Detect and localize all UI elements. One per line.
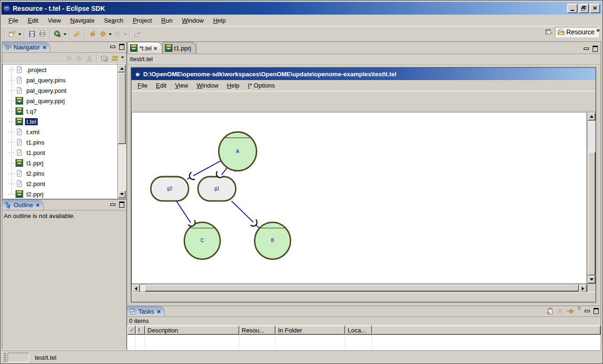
add-task-button[interactable] <box>545 306 554 316</box>
tasks-view-icon <box>129 307 137 315</box>
menu-project[interactable]: Project <box>129 16 156 25</box>
tasks-maximize-button[interactable] <box>592 307 600 315</box>
menu-run[interactable]: Run <box>157 16 177 25</box>
scroll-down-icon[interactable] <box>118 190 126 198</box>
run-external-tools-button[interactable] <box>53 29 62 39</box>
tasks-column-loca[interactable]: Loca... <box>345 325 372 335</box>
nav-forward-button[interactable] <box>74 53 84 64</box>
menu-window[interactable]: Window <box>192 81 222 90</box>
tree-item-t1-pprj[interactable]: t1.pprj <box>3 158 126 168</box>
new-wizard-dropdown-icon[interactable] <box>18 33 21 37</box>
forward-dropdown-icon[interactable] <box>124 33 127 37</box>
tab-close-icon[interactable]: × <box>154 45 157 52</box>
canvas-vertical-scrollbar[interactable] <box>587 112 595 284</box>
back-disabled-icon <box>65 55 73 62</box>
scrollbar-thumb[interactable] <box>118 73 126 144</box>
scroll-up-icon[interactable] <box>118 65 126 73</box>
menu-navigate[interactable]: Navigate <box>66 16 98 25</box>
back-history-button[interactable] <box>88 29 97 39</box>
scrollbar-thumb[interactable] <box>587 152 595 275</box>
scrollbar-thumb[interactable] <box>145 284 579 291</box>
link-with-editor-button[interactable] <box>110 53 120 64</box>
tree-item-t2-pprj[interactable]: t2.pprj <box>3 189 126 199</box>
filter-tasks-button[interactable] <box>566 306 575 316</box>
tasks-column-[interactable]: ✓ <box>127 325 136 335</box>
tree-item-t-tel[interactable]: t.tel <box>3 116 126 127</box>
tasks-minimize-button[interactable] <box>583 307 591 315</box>
back-dropdown-icon[interactable] <box>109 33 112 37</box>
tree-item-t-xml[interactable]: t.xml <box>3 127 126 137</box>
tasks-tab[interactable]: Tasks × <box>127 306 165 316</box>
search-button[interactable] <box>73 29 82 39</box>
pin-editor-button[interactable] <box>133 29 142 39</box>
save-button[interactable] <box>27 29 37 39</box>
diagram-canvas[interactable]: Ag2g1CB <box>131 112 587 284</box>
tree-item-t2-pins[interactable]: t2.pins <box>3 168 126 178</box>
back-button[interactable] <box>98 29 107 39</box>
restore-button[interactable] <box>579 4 589 13</box>
tree-item-t2-pont[interactable]: t2.pont <box>3 178 126 189</box>
collapse-all-button[interactable] <box>100 53 109 64</box>
navigator-tab[interactable]: Navigator × <box>2 42 50 52</box>
editor-maximize-button[interactable] <box>591 45 599 52</box>
navigator-scrollbar[interactable] <box>117 65 126 198</box>
delete-task-button[interactable] <box>555 306 565 316</box>
outline-tab[interactable]: Outline × <box>2 200 44 210</box>
menu-help[interactable]: Help <box>209 16 230 25</box>
menu-view[interactable]: View <box>171 81 192 90</box>
tree-item-pal-query-pprj[interactable]: pal_query.pprj <box>3 96 126 106</box>
tree-item-pal-query-pont[interactable]: pal_query.pont <box>3 85 126 96</box>
navigator-maximize-button[interactable] <box>118 43 126 50</box>
open-perspective-icon[interactable] <box>545 28 553 36</box>
editor-tab-t-tel[interactable]: *t.tel× <box>128 42 162 54</box>
menu-edit[interactable]: Edit <box>24 16 42 25</box>
run-external-tools-dropdown-icon[interactable] <box>64 33 66 37</box>
nav-back-button[interactable] <box>64 53 73 64</box>
forward-button[interactable] <box>113 29 122 39</box>
tree-item-t1-pont[interactable]: t1.pont <box>3 147 126 158</box>
perspective-resource-button[interactable]: Resource <box>555 27 599 37</box>
menu-file[interactable]: File <box>133 81 152 90</box>
statusbar-grip[interactable] <box>4 353 6 362</box>
tree-item-project[interactable]: .project <box>3 65 126 75</box>
tasks-table-body[interactable] <box>127 335 601 350</box>
menu-search[interactable]: Search <box>100 16 128 25</box>
menu-help[interactable]: Help <box>223 81 244 90</box>
tasks-column-resou[interactable]: Resou... <box>239 325 276 335</box>
tasks-close-icon[interactable]: × <box>157 308 161 315</box>
tasks-column-[interactable]: ! <box>136 325 145 335</box>
tree-item-t1-pins[interactable]: t1.pins <box>3 137 126 147</box>
menu-i-options[interactable]: I* Options <box>244 81 279 90</box>
scroll-up-icon[interactable] <box>587 113 595 121</box>
scroll-left-icon[interactable] <box>132 284 140 292</box>
minimize-button[interactable] <box>567 4 578 13</box>
outline-close-icon[interactable]: × <box>36 202 40 209</box>
diagram-svg[interactable]: Ag2g1CB <box>132 113 587 283</box>
menu-view[interactable]: View <box>43 16 65 25</box>
scroll-right-icon[interactable] <box>579 284 587 292</box>
tasks-column-in-folder[interactable]: In Folder <box>276 325 345 335</box>
outline-minimize-button[interactable] <box>109 201 117 208</box>
close-button[interactable]: × <box>590 4 600 13</box>
menu-edit[interactable]: Edit <box>152 81 171 90</box>
outline-maximize-button[interactable] <box>118 201 126 208</box>
scroll-down-icon[interactable] <box>587 275 595 283</box>
tree-item-pal-query-pins[interactable]: pal_query.pins <box>3 75 126 85</box>
perspective-overflow-chevron[interactable]: » <box>596 26 600 33</box>
editor-tab-t1-pprj[interactable]: t1.pprj <box>163 42 196 54</box>
navigator-minimize-button[interactable] <box>109 43 117 50</box>
tree-item-label: pal_query.pont <box>25 87 68 94</box>
print-button[interactable] <box>38 29 47 39</box>
new-wizard-button[interactable] <box>8 29 17 39</box>
nav-up-button[interactable] <box>85 53 94 64</box>
tree-item-t-q7[interactable]: t.q7 <box>3 106 126 116</box>
main-menubar: FileEditViewNavigateSearchProjectRunWind… <box>1 15 602 26</box>
tasks-column-description[interactable]: Description <box>145 325 239 335</box>
tasks-menu-chevron-icon[interactable]: ▽ <box>578 306 581 316</box>
canvas-horizontal-scrollbar[interactable] <box>131 284 587 292</box>
editor-minimize-button[interactable] <box>582 45 590 52</box>
navigator-menu-chevron-icon[interactable] <box>121 57 124 60</box>
navigator-close-icon[interactable]: × <box>43 44 47 51</box>
menu-file[interactable]: File <box>4 16 23 25</box>
menu-window[interactable]: Window <box>178 16 208 25</box>
